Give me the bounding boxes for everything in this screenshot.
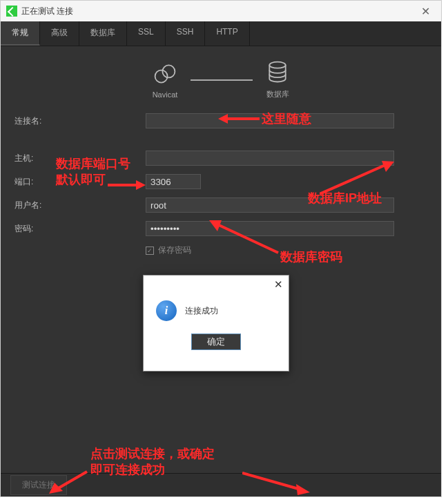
tab-ssh[interactable]: SSH (166, 21, 206, 46)
save-password-checkbox[interactable]: ✓ (146, 247, 154, 255)
navicat-label: Navicat (153, 90, 178, 99)
connection-line-icon (191, 79, 253, 81)
svg-point-2 (269, 62, 285, 68)
password-label: 密码: (14, 223, 49, 235)
conn-name-label: 连接名: (14, 115, 49, 127)
host-label: 主机: (14, 153, 49, 164)
message-dialog: ✕ i 连接成功 确定 (143, 275, 289, 371)
port-input[interactable] (146, 174, 201, 189)
tab-http[interactable]: HTTP (205, 21, 249, 46)
user-input[interactable] (146, 197, 394, 213)
user-label: 用户名: (14, 200, 49, 211)
connection-diagram: Navicat 数据库 (1, 46, 441, 106)
navicat-icon (152, 61, 178, 86)
app-icon (6, 6, 17, 17)
dialog-close-icon[interactable]: ✕ (274, 278, 283, 291)
dialog-titlebar: ✕ (144, 276, 289, 293)
connection-dialog-window: 正在测试 连接 ✕ 常规 高级 数据库 SSL SSH HTTP Navicat (0, 0, 442, 497)
tab-general[interactable]: 常规 (1, 21, 40, 46)
dialog-message: 连接成功 (185, 305, 218, 317)
database-icon (265, 60, 290, 85)
tab-database[interactable]: 数据库 (79, 21, 127, 46)
dialog-ok-button[interactable]: 确定 (191, 334, 241, 350)
footer-bar: 测试连接 (1, 473, 441, 496)
titlebar: 正在测试 连接 ✕ (1, 1, 441, 21)
window-title: 正在测试 连接 (21, 6, 416, 17)
tab-ssl[interactable]: SSL (127, 21, 166, 46)
test-connection-button[interactable]: 测试连接 (10, 475, 67, 495)
tab-bar: 常规 高级 数据库 SSL SSH HTTP (1, 21, 441, 46)
tab-advanced[interactable]: 高级 (40, 21, 79, 46)
port-label: 端口: (14, 176, 49, 188)
password-input[interactable] (146, 221, 394, 236)
info-icon: i (156, 300, 177, 321)
conn-name-input[interactable] (146, 113, 394, 128)
save-password-label: 保存密码 (158, 244, 191, 256)
connection-form: 连接名: 主机: 端口: 用户名: 密码: ✓ 保存密码 (1, 106, 441, 256)
host-input[interactable] (146, 151, 394, 166)
database-label: 数据库 (266, 89, 289, 99)
close-icon[interactable]: ✕ (416, 5, 436, 18)
